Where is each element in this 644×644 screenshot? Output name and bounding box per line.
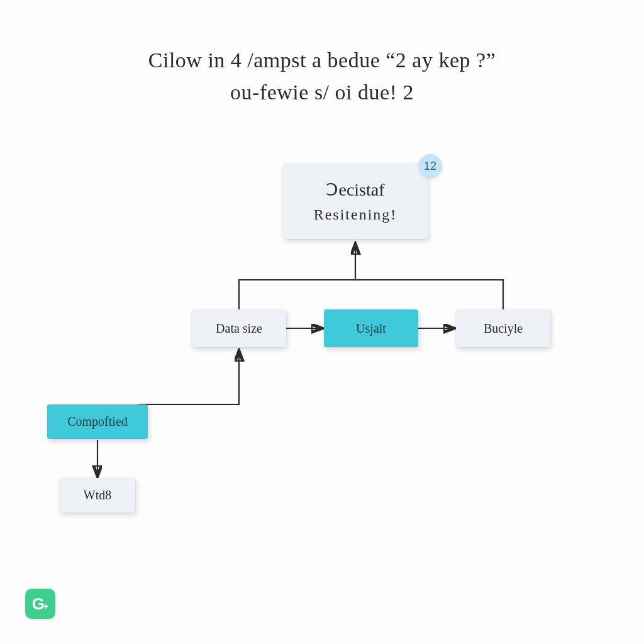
- node-buciyle[interactable]: Buciyle: [456, 309, 550, 347]
- node-main-label-top: Ɔecistaf: [326, 177, 384, 202]
- node-buciyle-label: Buciyle: [484, 321, 523, 336]
- node-compoftied[interactable]: Compoftied: [47, 404, 148, 439]
- node-wtd8-label: Wtd8: [84, 488, 111, 502]
- logo-plus: +: [43, 601, 48, 611]
- flow-diagram: Ɔecistaf Resitening! 12 Data size Usjalt…: [0, 0, 644, 644]
- node-usjalt-label: Usjalt: [356, 321, 386, 336]
- node-main-label-bottom: Resitening!: [314, 204, 397, 226]
- logo-letter: G: [32, 594, 45, 614]
- node-data-size-label: Data size: [216, 321, 262, 336]
- node-main[interactable]: Ɔecistaf Resitening!: [283, 164, 428, 239]
- node-compoftied-label: Compoftied: [67, 414, 128, 429]
- node-wtd8[interactable]: Wtd8: [60, 478, 135, 513]
- app-logo[interactable]: G+: [25, 589, 55, 619]
- node-usjalt[interactable]: Usjalt: [324, 309, 418, 347]
- badge-count: 12: [418, 154, 442, 178]
- node-data-size[interactable]: Data size: [192, 309, 286, 347]
